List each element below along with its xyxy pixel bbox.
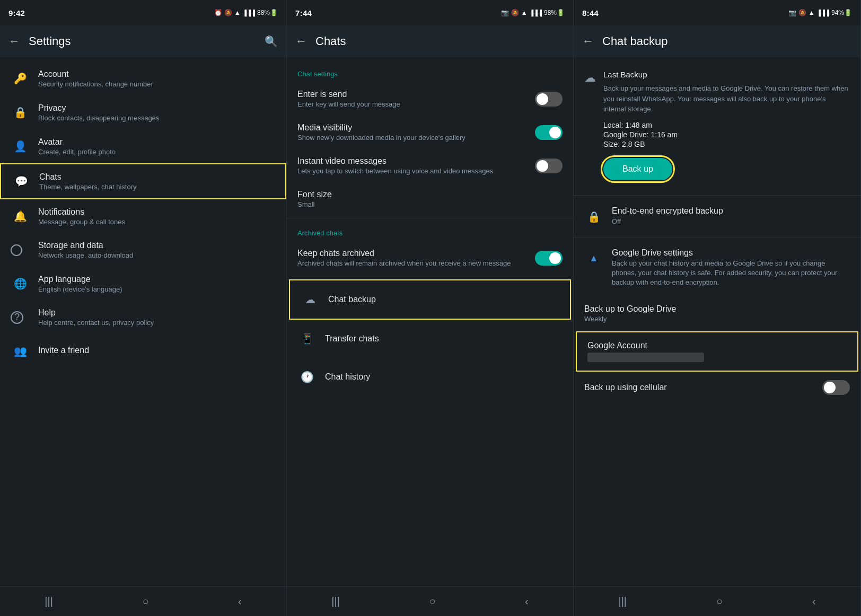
media-visibility-toggle[interactable] <box>535 125 563 140</box>
storage-icon <box>11 244 22 256</box>
settings-item-chats[interactable]: 💬 Chats Theme, wallpapers, chat history <box>0 163 286 199</box>
gdrive-backup-info: Google Drive: 1:16 am <box>603 130 850 139</box>
settings-item-avatar[interactable]: 👤 Avatar Create, edit, profile photo <box>0 129 286 163</box>
mute-icon: 🔕 <box>224 9 232 16</box>
instant-video-item[interactable]: Instant video messages Lets you tap to s… <box>287 149 573 182</box>
nav-home-btn-2[interactable]: ○ <box>429 595 435 608</box>
nav-home-btn[interactable]: ○ <box>142 595 148 608</box>
instant-video-toggle[interactable] <box>535 159 563 173</box>
nav-recent-btn-2[interactable]: ||| <box>331 595 340 608</box>
divider-2 <box>287 277 573 277</box>
help-subtitle: Help centre, contact us, privacy policy <box>38 319 276 327</box>
settings-item-storage[interactable]: Storage and data Network usage, auto-dow… <box>0 233 286 267</box>
chat-backup-title: Chat backup <box>328 295 376 304</box>
chats-title: Chats <box>315 34 565 48</box>
privacy-icon: 🔒 <box>11 103 30 122</box>
backup-drive-value: Weekly <box>584 315 850 323</box>
chats-subtitle: Theme, wallpapers, chat history <box>39 183 275 191</box>
bottom-nav-2: ||| ○ ‹ <box>287 586 573 616</box>
backup-to-drive-item[interactable]: Back up to Google Drive Weekly <box>574 296 860 331</box>
keep-archived-subtitle: Archived chats will remain archived when… <box>297 259 535 267</box>
enter-send-title: Enter is send <box>297 90 535 99</box>
wifi-icon: ▲ <box>234 9 241 16</box>
google-account-value <box>587 353 704 362</box>
backup-button[interactable]: Back up <box>603 158 672 180</box>
chat-backup-action[interactable]: ☁ Chat backup <box>289 279 571 320</box>
font-size-subtitle: Small <box>297 200 563 208</box>
local-backup-info: Local: 1:48 am <box>603 121 850 129</box>
settings-item-account[interactable]: 🔑 Account Security notifications, change… <box>0 61 286 95</box>
google-account-title: Google Account <box>587 341 847 350</box>
last-backup-desc: Back up your messages and media to Googl… <box>603 83 850 115</box>
nav-recent-btn[interactable]: ||| <box>45 595 53 608</box>
last-backup-section: ☁ Last Backup Back up your messages and … <box>574 61 860 193</box>
signal-icon-2: ▐▐▐ <box>530 10 542 16</box>
settings-item-invite[interactable]: 👥 Invite a friend <box>0 334 286 368</box>
enter-is-send-item[interactable]: Enter is send Enter key will send your m… <box>287 82 573 116</box>
transfer-chats-icon: 📱 <box>297 329 317 348</box>
notifications-icon: 🔔 <box>11 207 30 226</box>
invite-icon: 👥 <box>11 341 30 360</box>
chat-history-icon: 🕐 <box>297 367 317 386</box>
chat-history-title: Chat history <box>325 372 370 382</box>
backup-size-info: Size: 2.8 GB <box>603 140 850 148</box>
language-title: App language <box>38 275 276 284</box>
search-icon-settings[interactable]: 🔍 <box>265 35 278 48</box>
transfer-chats-action[interactable]: 📱 Transfer chats <box>287 320 573 358</box>
google-account-item[interactable]: Google Account <box>576 331 858 372</box>
nav-back-btn[interactable]: ‹ <box>238 595 242 608</box>
font-size-title: Font size <box>297 190 563 199</box>
status-icons-3: 📷 🔕 ▲ ▐▐▐ 94%🔋 <box>788 9 852 16</box>
nav-back-btn-2[interactable]: ‹ <box>525 595 529 608</box>
settings-list: 🔑 Account Security notifications, change… <box>0 57 286 586</box>
font-size-item[interactable]: Font size Small <box>287 182 573 216</box>
keep-archived-item[interactable]: Keep chats archived Archived chats will … <box>287 241 573 275</box>
archived-chats-header: Archived chats <box>287 221 573 241</box>
settings-item-privacy[interactable]: 🔒 Privacy Block contacts, disappearing m… <box>0 95 286 129</box>
gdrive-settings-item[interactable]: ▲ Google Drive settings Back up your cha… <box>574 240 860 296</box>
mute-icon-2: 🔕 <box>511 9 519 16</box>
status-time-2: 7:44 <box>295 8 312 17</box>
cellular-backup-item[interactable]: Back up using cellular <box>574 372 860 403</box>
signal-icon-3: ▐▐▐ <box>817 10 829 16</box>
avatar-title: Avatar <box>38 137 276 147</box>
chats-settings-list: Chat settings Enter is send Enter key wi… <box>287 57 573 586</box>
notifications-subtitle: Message, group & call tones <box>38 218 276 226</box>
chats-title: Chats <box>39 172 275 182</box>
chat-history-action[interactable]: 🕐 Chat history <box>287 358 573 396</box>
cellular-toggle[interactable] <box>822 380 850 395</box>
keep-archived-toggle[interactable] <box>535 251 563 266</box>
e2e-backup-item[interactable]: 🔒 End-to-end encrypted backup Off <box>574 198 860 235</box>
last-backup-label: Last Backup <box>603 70 850 79</box>
nav-back-btn-3[interactable]: ‹ <box>812 595 816 608</box>
chats-icon: 💬 <box>12 172 31 191</box>
signal-icon: ▐▐▐ <box>243 10 255 16</box>
back-arrow-backup[interactable]: ← <box>582 34 594 48</box>
backup-top-bar: ← Chat backup <box>574 25 860 57</box>
status-bar-3: 8:44 📷 🔕 ▲ ▐▐▐ 94%🔋 <box>574 0 860 25</box>
settings-item-language[interactable]: 🌐 App language English (device's languag… <box>0 267 286 301</box>
gdrive-subtitle: Back up your chat history and media to G… <box>612 259 850 288</box>
settings-item-notifications[interactable]: 🔔 Notifications Message, group & call to… <box>0 199 286 233</box>
enter-send-toggle[interactable] <box>535 92 563 107</box>
cam-icon: 📷 <box>501 9 509 16</box>
wifi-icon-2: ▲ <box>521 9 528 16</box>
language-subtitle: English (device's language) <box>38 285 276 293</box>
transfer-chats-title: Transfer chats <box>325 334 379 344</box>
media-visibility-item[interactable]: Media visibility Show newly downloaded m… <box>287 116 573 149</box>
battery-icon-2: 98%🔋 <box>544 9 565 16</box>
instant-video-subtitle: Lets you tap to switch between using voi… <box>297 167 535 175</box>
chat-backup-icon: ☁ <box>301 290 320 309</box>
nav-recent-btn-3[interactable]: ||| <box>618 595 627 608</box>
gdrive-title: Google Drive settings <box>612 248 850 258</box>
divider-3 <box>574 195 860 196</box>
back-arrow-chats[interactable]: ← <box>295 34 307 48</box>
gdrive-icon: ▲ <box>584 249 603 268</box>
bottom-nav-3: ||| ○ ‹ <box>574 586 860 616</box>
settings-item-help[interactable]: ? Help Help centre, contact us, privacy … <box>0 301 286 334</box>
back-arrow-settings[interactable]: ← <box>8 34 20 48</box>
status-bar-2: 7:44 📷 🔕 ▲ ▐▐▐ 98%🔋 <box>287 0 573 25</box>
nav-home-btn-3[interactable]: ○ <box>716 595 723 608</box>
chats-top-bar: ← Chats <box>287 25 573 57</box>
backup-drive-title: Back up to Google Drive <box>584 304 850 314</box>
